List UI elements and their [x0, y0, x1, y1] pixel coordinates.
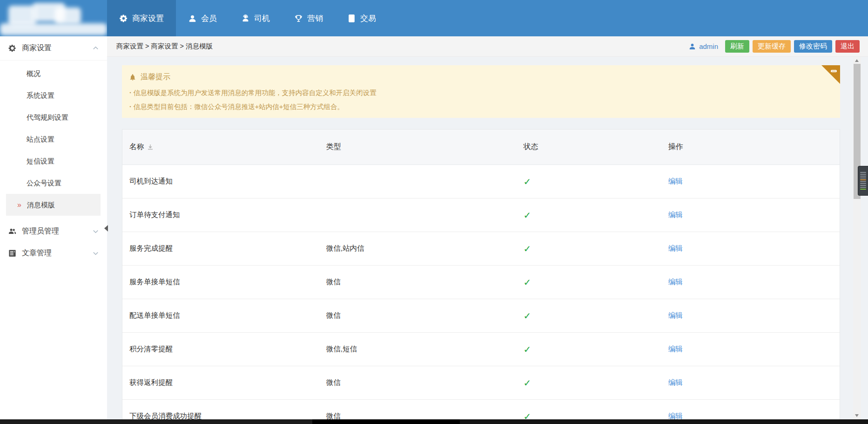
status-cell: ✓ [523, 176, 668, 187]
edit-link[interactable]: 编辑 [668, 378, 683, 386]
notice-title-row: 温馨提示 [122, 65, 840, 82]
logo-blur-shape [0, 23, 107, 35]
sidebar-section-admin-management[interactable]: 管理员管理 [0, 220, 107, 242]
sidebar-section-article-management[interactable]: 文章管理 [0, 242, 107, 264]
sidebar-section-label: 文章管理 [22, 248, 52, 258]
table-row: 服务单接单短信 微信 ✓ 编辑 [122, 266, 840, 299]
table-header: 名称 类型 状态 操作 [122, 130, 840, 165]
update-cache-button[interactable]: 更新缓存 [753, 40, 791, 53]
sidebar-item-site-settings[interactable]: 站点设置 [0, 128, 107, 150]
member-icon [188, 14, 197, 23]
nav-item-members[interactable]: 会员 [176, 0, 229, 36]
column-header-status: 状态 [523, 142, 668, 152]
admins-icon [8, 227, 17, 236]
table-row: 订单待支付通知 ✓ 编辑 [122, 198, 840, 232]
sidebar-section-label: 管理员管理 [22, 226, 59, 236]
template-name: 订单待支付通知 [122, 210, 326, 220]
column-header-name[interactable]: 名称 [122, 142, 326, 152]
edit-link[interactable]: 编辑 [668, 345, 683, 353]
minimap-line [860, 183, 866, 184]
minimap-highlight-line [860, 179, 866, 180]
minimap-line [860, 176, 866, 177]
nav-item-label: 交易 [360, 13, 376, 24]
template-name: 获得返利提醒 [122, 378, 326, 388]
status-cell: ✓ [523, 277, 668, 288]
notice-collapse-icon[interactable] [831, 70, 837, 72]
nav-item-label: 司机 [254, 13, 270, 24]
status-cell: ✓ [523, 344, 668, 355]
sidebar-item-label: 消息模版 [27, 201, 55, 209]
gear-icon [119, 14, 128, 23]
edit-link[interactable]: 编辑 [668, 244, 683, 252]
sidebar-item-system-settings[interactable]: 系统设置 [0, 84, 107, 106]
active-item-marker: » [17, 201, 21, 209]
table-row: 配送单接单短信 微信 ✓ 编辑 [122, 299, 840, 333]
scroll-down-arrow-icon[interactable] [855, 414, 859, 417]
template-name: 配送单接单短信 [122, 311, 326, 321]
template-type: 微信 [326, 311, 524, 321]
logout-button[interactable]: 退出 [835, 40, 860, 53]
sidebar-section-label: 商家设置 [22, 43, 52, 53]
marketing-icon [294, 14, 303, 23]
breadcrumb: 商家设置 > 商家设置 > 消息模版 [116, 42, 213, 51]
chevron-down-icon [92, 250, 99, 257]
notice-title: 温馨提示 [141, 72, 170, 82]
current-user[interactable]: admin [688, 42, 718, 50]
nav-item-label: 营销 [307, 13, 323, 24]
sidebar-collapse-handle[interactable] [104, 225, 108, 232]
enabled-check-icon: ✓ [523, 210, 531, 220]
nav-item-marketing[interactable]: 营销 [282, 0, 335, 36]
sidebar-submenu: 概况 系统设置 代驾规则设置 站点设置 短信设置 公众号设置 »消息模版 [0, 61, 107, 220]
logo-blur-shape [55, 7, 81, 24]
sidebar-item-message-templates[interactable]: »消息模版 [6, 194, 101, 216]
nav-item-merchant-settings[interactable]: 商家设置 [107, 0, 176, 36]
sidebar-section-merchant-settings[interactable]: 商家设置 [0, 36, 107, 61]
app-logo[interactable] [0, 0, 107, 36]
notice-lines: 信息模版是系统为用户发送常用消息的常用功能，支持内容自定义和开启关闭设置 信息类… [122, 82, 840, 114]
page-minimap-widget[interactable] [858, 166, 868, 196]
edit-link[interactable]: 编辑 [668, 311, 683, 319]
edit-link[interactable]: 编辑 [668, 412, 683, 420]
sidebar-item-sms-settings[interactable]: 短信设置 [0, 150, 107, 172]
refresh-button[interactable]: 刷新 [725, 40, 749, 53]
edit-link[interactable]: 编辑 [668, 177, 683, 185]
table-row: 服务完成提醒 微信,站内信 ✓ 编辑 [122, 232, 840, 266]
sidebar-item-driving-rules[interactable]: 代驾规则设置 [0, 106, 107, 128]
sidebar-item-overview[interactable]: 概况 [0, 62, 107, 84]
notice-panel: 温馨提示 信息模版是系统为用户发送常用消息的常用功能，支持内容自定义和开启关闭设… [122, 65, 840, 118]
enabled-check-icon: ✓ [523, 311, 531, 321]
template-type: 微信,站内信 [326, 244, 524, 253]
enabled-check-icon: ✓ [523, 277, 531, 287]
driver-icon [241, 14, 250, 23]
template-name: 司机到达通知 [122, 177, 326, 186]
nav-item-label: 会员 [201, 13, 217, 24]
minimap-line [860, 185, 866, 186]
edit-link[interactable]: 编辑 [668, 278, 683, 286]
trade-icon [347, 14, 356, 23]
vertical-scrollbar[interactable] [853, 57, 861, 419]
column-label: 名称 [129, 142, 144, 152]
table-row: 司机到达通知 ✓ 编辑 [122, 165, 840, 198]
nav-item-transactions[interactable]: 交易 [335, 0, 388, 36]
template-name: 积分清零提醒 [122, 344, 326, 354]
taskbar-edge [0, 419, 868, 424]
minimap-line [860, 181, 866, 182]
status-cell: ✓ [523, 243, 668, 254]
scroll-up-arrow-icon[interactable] [855, 59, 859, 62]
template-type: 微信 [326, 378, 524, 388]
bell-icon [129, 74, 136, 81]
edit-link[interactable]: 编辑 [668, 211, 683, 219]
notice-collapse-corner[interactable] [821, 65, 840, 84]
user-toolbar: admin 刷新 更新缓存 修改密码 退出 [688, 40, 860, 53]
nav-item-label: 商家设置 [132, 13, 164, 24]
breadcrumb-bar: 商家设置 > 商家设置 > 消息模版 admin 刷新 更新缓存 修改密码 退出 [107, 36, 868, 57]
minimap-active-line [860, 189, 866, 190]
chevron-up-icon [92, 45, 99, 52]
minimap-line [860, 187, 866, 188]
gear-icon [8, 44, 17, 53]
change-password-button[interactable]: 修改密码 [794, 40, 832, 53]
user-icon [688, 42, 696, 50]
sort-icon[interactable] [147, 144, 154, 150]
nav-item-drivers[interactable]: 司机 [229, 0, 282, 36]
sidebar-item-official-account[interactable]: 公众号设置 [0, 172, 107, 194]
